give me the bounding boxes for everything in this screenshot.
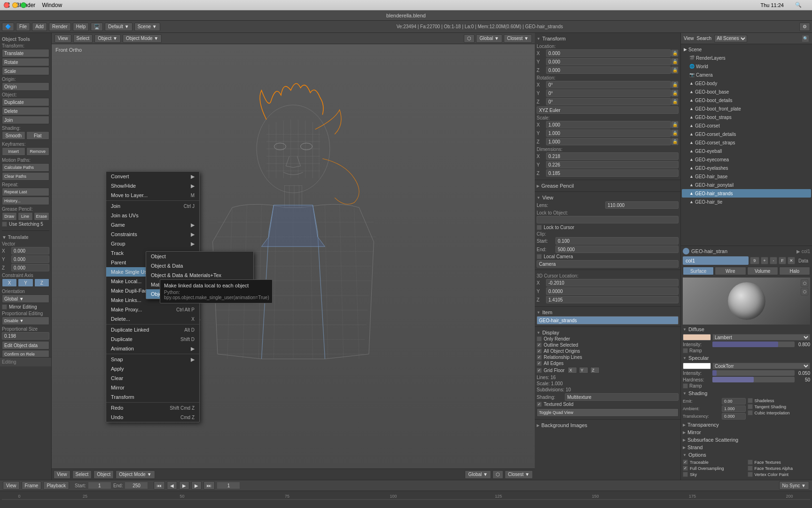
options-title[interactable]: ▼Options: [683, 452, 810, 458]
preview-icon-2[interactable]: ⬡: [801, 288, 808, 295]
tree-geo-eyeball[interactable]: ▲ GEO-eyeball: [682, 147, 811, 155]
timeline-frame[interactable]: Frame: [22, 481, 42, 490]
transform-menu-item[interactable]: Transform: [106, 392, 199, 402]
outliner-search-icon[interactable]: 🔍: [802, 35, 809, 42]
scale-x[interactable]: 1.000: [546, 121, 671, 128]
mirror-title[interactable]: ▶Mirror: [683, 429, 810, 435]
search-icon[interactable]: 🔍: [795, 2, 802, 8]
constraints-menu-item[interactable]: Constraints▶: [106, 230, 199, 239]
show-hide-menu-item[interactable]: Show/Hide▶: [106, 181, 199, 190]
submenu-object-data-mat[interactable]: Object & Data & Materials+Tex: [146, 270, 253, 280]
join-menu-item[interactable]: JoinCtrl J: [106, 201, 199, 211]
pivot-point[interactable]: ⬡: [492, 470, 503, 479]
shading-mode[interactable]: Multitexture: [565, 393, 679, 401]
view-btn[interactable]: View: [54, 470, 70, 479]
all-origins-cb[interactable]: [537, 349, 542, 354]
textured-solid-cb[interactable]: [537, 402, 542, 407]
lens-value[interactable]: 110.000: [605, 201, 679, 209]
vertex-color-cb[interactable]: [748, 472, 753, 477]
mirror-menu-item[interactable]: Mirror: [106, 383, 199, 392]
undo-menu-item[interactable]: UndoCmd Z: [106, 413, 199, 422]
scale-z-lock[interactable]: 🔒: [671, 138, 679, 145]
location-y[interactable]: 0.000: [546, 58, 671, 65]
transparency-title[interactable]: ▶Transparency: [683, 422, 810, 428]
location-x[interactable]: 0.000: [546, 49, 671, 57]
constraint-z[interactable]: Z: [34, 278, 49, 287]
ambient-val[interactable]: 1.000: [722, 405, 746, 412]
diffuse-intensity-slider[interactable]: [712, 341, 795, 347]
timeline-view[interactable]: View: [3, 481, 20, 490]
mat-x-btn[interactable]: ✕: [788, 257, 795, 264]
tree-geo-hair-ponytail[interactable]: ▲ GEO-hair_ponytail: [682, 181, 811, 189]
mat-copy-btn[interactable]: F: [779, 257, 786, 264]
file-menu[interactable]: File: [16, 23, 30, 31]
tree-world[interactable]: 🌐 World: [682, 62, 811, 71]
screen-layout[interactable]: 🖥️: [91, 23, 103, 31]
clear-paths-btn[interactable]: Clear Paths: [2, 172, 49, 181]
scale-btn[interactable]: Scale: [2, 67, 49, 75]
full-oversampling-cb[interactable]: [683, 466, 688, 471]
timeline-playback[interactable]: Playback: [43, 481, 69, 490]
tree-camera[interactable]: 📷 Camera: [682, 71, 811, 79]
translate-btn[interactable]: Translate: [2, 49, 49, 57]
location-z-lock[interactable]: 🔒: [671, 66, 679, 74]
rotation-x-lock[interactable]: 🔒: [671, 81, 679, 88]
scene-select[interactable]: Scene ▼: [134, 23, 160, 31]
flat-btn[interactable]: Flat: [26, 131, 50, 140]
game-menu-item[interactable]: Game▶: [106, 220, 199, 230]
tree-geo-boot-straps[interactable]: ▲ GEO-boot_straps: [682, 113, 811, 121]
mat-slot-col1[interactable]: col1: [683, 256, 749, 265]
snap-menu-item[interactable]: Snap▶: [106, 355, 199, 364]
select-menu[interactable]: Select: [73, 34, 93, 43]
only-render-cb[interactable]: [537, 336, 542, 341]
next-frame-btn[interactable]: ▶: [191, 481, 202, 490]
scale-y[interactable]: 1.000: [546, 129, 671, 137]
make-proxy-menu-item[interactable]: Make Proxy...Ctrl Alt P: [106, 305, 199, 314]
scale-x-lock[interactable]: 🔒: [671, 121, 679, 128]
prev-frame-btn[interactable]: ◀: [167, 481, 177, 490]
cubic-interp-cb[interactable]: [748, 410, 753, 415]
tree-geo-boot-front[interactable]: ▲ GEO-boot_front_plate: [682, 104, 811, 113]
scale-z[interactable]: 1.000: [546, 138, 671, 145]
jump-start-btn[interactable]: ⏮: [154, 481, 165, 490]
specular-shader[interactable]: CookTorr: [712, 363, 810, 369]
item-section-title[interactable]: ▼ Item: [537, 309, 679, 316]
join-btn[interactable]: Join: [2, 116, 49, 124]
grid-floor-cb[interactable]: [537, 368, 542, 373]
rotation-y[interactable]: 0°: [546, 89, 671, 97]
move-to-layer-menu-item[interactable]: Move to Layer...M: [106, 190, 199, 200]
select-btn[interactable]: Select: [72, 470, 92, 479]
line-btn[interactable]: Line: [18, 212, 33, 221]
tree-geo-eyecornea[interactable]: ▲ GEO-eyecornea: [682, 155, 811, 164]
object-btn[interactable]: Object: [94, 470, 114, 479]
emit-val[interactable]: 0.00: [722, 398, 746, 405]
clear-menu-item[interactable]: Clear: [106, 373, 199, 383]
tree-geo-corset-straps[interactable]: ▲ GEO-corset_straps: [682, 138, 811, 147]
relationship-lines-cb[interactable]: [537, 355, 542, 360]
face-textures-cb[interactable]: [748, 460, 753, 465]
smooth-btn[interactable]: Smooth: [2, 131, 25, 140]
diffuse-color[interactable]: [683, 334, 711, 341]
dim-y[interactable]: 0.226: [546, 161, 679, 168]
submenu-object-data[interactable]: Object & Data: [146, 261, 253, 270]
rotation-x[interactable]: 0°: [546, 81, 671, 88]
specular-title[interactable]: ▼ Specular: [683, 355, 810, 361]
clip-end[interactable]: 500.000: [555, 246, 679, 253]
help-menu[interactable]: Help: [73, 23, 89, 31]
redo-menu-item[interactable]: RedoShift Cmd Z: [106, 403, 199, 413]
duplicate-linked-menu-item[interactable]: Duplicate LinkedAlt D: [106, 325, 199, 334]
outliner-view-label[interactable]: View: [684, 36, 694, 41]
viewport-shading[interactable]: ⬡: [464, 34, 475, 43]
object-mode-dropdown[interactable]: Object Mode ▼: [123, 34, 162, 43]
edit-object-data-btn[interactable]: Edit Object data: [2, 341, 49, 349]
surface-tab[interactable]: Surface: [683, 267, 714, 275]
diffuse-shader[interactable]: Lambert: [712, 334, 810, 341]
grid-y-btn[interactable]: Y: [579, 367, 588, 373]
background-images-title[interactable]: ▶ Background Images: [537, 421, 679, 429]
view-section-title[interactable]: ▼ View: [537, 194, 679, 201]
vector-y[interactable]: 0.000: [11, 255, 49, 263]
grease-pencil-title[interactable]: ▶ Grease Pencil: [537, 182, 679, 190]
outliner-search-label[interactable]: Search: [697, 36, 712, 41]
clip-start[interactable]: 0.100: [555, 237, 679, 245]
lock-object-field[interactable]: [537, 216, 679, 223]
